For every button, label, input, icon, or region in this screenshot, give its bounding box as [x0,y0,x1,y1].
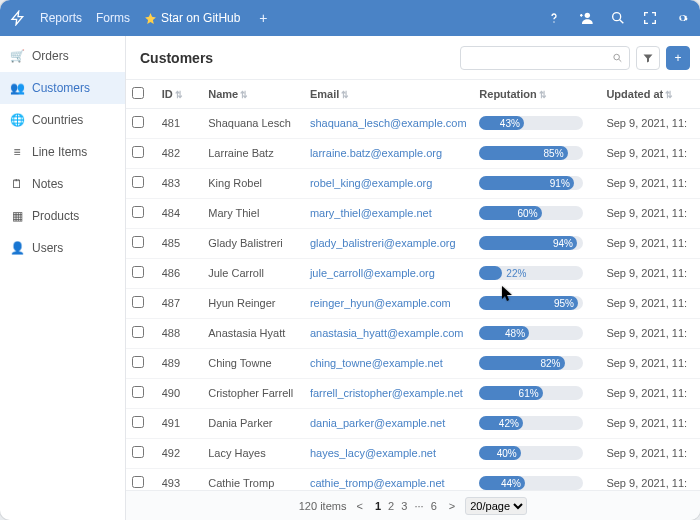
logo-icon[interactable] [10,10,26,26]
table-row[interactable]: 488Anastasia Hyattanastasia_hyatt@exampl… [126,318,700,348]
row-checkbox[interactable] [132,266,144,278]
reputation-value: 48% [505,326,525,340]
cell-email[interactable]: jule_carroll@example.org [310,267,435,279]
star-on-github[interactable]: Star on GitHub [144,11,240,25]
cell-email[interactable]: anastasia_hyatt@example.com [310,327,464,339]
svg-point-2 [613,13,621,21]
add-button[interactable]: + [666,46,690,70]
sidebar-item-label: Line Items [32,145,87,159]
cell-id: 484 [156,198,203,228]
search-icon[interactable] [610,10,626,26]
col-reputation[interactable]: Reputation⇅ [473,80,600,108]
sidebar-item-orders[interactable]: 🛒Orders [0,40,125,72]
sidebar-item-line-items[interactable]: ≡Line Items [0,136,125,168]
table: ID⇅ Name⇅ Email⇅ Reputation⇅ Updated at⇅… [126,80,700,490]
topnav-reports[interactable]: Reports [40,11,82,25]
table-row[interactable]: 487Hyun Reingerreinger_hyun@example.com9… [126,288,700,318]
globe-icon: 🌐 [10,113,24,127]
reputation-bar: 48% [479,326,583,340]
cell-id: 486 [156,258,203,288]
reputation-value: 61% [519,386,539,400]
cell-id: 483 [156,168,203,198]
pager-page-2[interactable]: 2 [386,500,396,512]
gear-icon[interactable] [674,10,690,26]
select-all-checkbox[interactable] [132,87,144,99]
reputation-value: 44% [501,476,521,490]
table-row[interactable]: 484Mary Thielmary_thiel@example.net60%Se… [126,198,700,228]
sidebar-item-products[interactable]: ▦Products [0,200,125,232]
cell-name: Lacy Hayes [202,438,304,468]
pager-page-6[interactable]: 6 [429,500,439,512]
add-tab-button[interactable]: + [254,9,272,27]
pager-page-3[interactable]: 3 [399,500,409,512]
cell-email[interactable]: ching_towne@example.net [310,357,443,369]
cell-email[interactable]: robel_king@example.org [310,177,432,189]
cell-name: Larraine Batz [202,138,304,168]
col-updated[interactable]: Updated at⇅ [600,80,700,108]
pager-prev[interactable]: < [354,500,364,512]
col-name[interactable]: Name⇅ [202,80,304,108]
cell-email[interactable]: larraine.batz@example.org [310,147,442,159]
cell-email[interactable]: farrell_cristopher@example.net [310,387,463,399]
table-row[interactable]: 493Cathie Trompcathie_tromp@example.net4… [126,468,700,490]
help-icon[interactable] [546,10,562,26]
cell-updated: Sep 9, 2021, 11: [600,468,700,490]
row-checkbox[interactable] [132,236,144,248]
cell-updated: Sep 9, 2021, 11: [600,438,700,468]
row-checkbox[interactable] [132,446,144,458]
reputation-bar: 60% [479,206,583,220]
cell-updated: Sep 9, 2021, 11: [600,228,700,258]
sidebar-item-label: Users [32,241,63,255]
cell-email[interactable]: hayes_lacy@example.net [310,447,436,459]
fullscreen-icon[interactable] [642,10,658,26]
row-checkbox[interactable] [132,416,144,428]
row-checkbox[interactable] [132,326,144,338]
col-email[interactable]: Email⇅ [304,80,473,108]
cell-updated: Sep 9, 2021, 11: [600,408,700,438]
cell-email[interactable]: glady_balistreri@example.org [310,237,456,249]
table-row[interactable]: 482Larraine Batzlarraine.batz@example.or… [126,138,700,168]
table-row[interactable]: 481Shaquana Leschshaquana_lesch@example.… [126,108,700,138]
table-row[interactable]: 491Dania Parkerdania_parker@example.net4… [126,408,700,438]
table-row[interactable]: 483King Robelrobel_king@example.org91%Se… [126,168,700,198]
sidebar-item-users[interactable]: 👤Users [0,232,125,264]
cell-email[interactable]: mary_thiel@example.net [310,207,432,219]
cell-email[interactable]: shaquana_lesch@example.com [310,117,467,129]
note-icon: 🗒 [10,177,24,191]
pager-next[interactable]: > [447,500,457,512]
table-row[interactable]: 489Ching Towneching_towne@example.net82%… [126,348,700,378]
page-size-select[interactable]: 20/page [465,497,527,515]
table-row[interactable]: 485Glady Balistreriglady_balistreri@exam… [126,228,700,258]
cell-name: Dania Parker [202,408,304,438]
reputation-bar: 22% [479,266,583,280]
cell-email[interactable]: dania_parker@example.net [310,417,445,429]
cell-email[interactable]: cathie_tromp@example.net [310,477,445,489]
table-row[interactable]: 490Cristopher Farrellfarrell_cristopher@… [126,378,700,408]
row-checkbox[interactable] [132,176,144,188]
row-checkbox[interactable] [132,116,144,128]
cell-id: 481 [156,108,203,138]
row-checkbox[interactable] [132,476,144,488]
cell-updated: Sep 9, 2021, 11: [600,168,700,198]
table-row[interactable]: 486Jule Carrolljule_carroll@example.org2… [126,258,700,288]
row-checkbox[interactable] [132,206,144,218]
cell-name: Mary Thiel [202,198,304,228]
filter-button[interactable] [636,46,660,70]
row-checkbox[interactable] [132,386,144,398]
reputation-bar: 43% [479,116,583,130]
reputation-bar: 95% [479,296,583,310]
add-user-icon[interactable] [578,10,594,26]
col-id[interactable]: ID⇅ [156,80,203,108]
row-checkbox[interactable] [132,296,144,308]
reputation-value: 94% [553,236,573,250]
sidebar-item-countries[interactable]: 🌐Countries [0,104,125,136]
cell-email[interactable]: reinger_hyun@example.com [310,297,451,309]
sidebar-item-customers[interactable]: 👥Customers [0,72,125,104]
sidebar-item-notes[interactable]: 🗒Notes [0,168,125,200]
row-checkbox[interactable] [132,146,144,158]
table-row[interactable]: 492Lacy Hayeshayes_lacy@example.net40%Se… [126,438,700,468]
pager-page-1[interactable]: 1 [373,500,383,512]
row-checkbox[interactable] [132,356,144,368]
search-input[interactable] [460,46,630,70]
topnav-forms[interactable]: Forms [96,11,130,25]
